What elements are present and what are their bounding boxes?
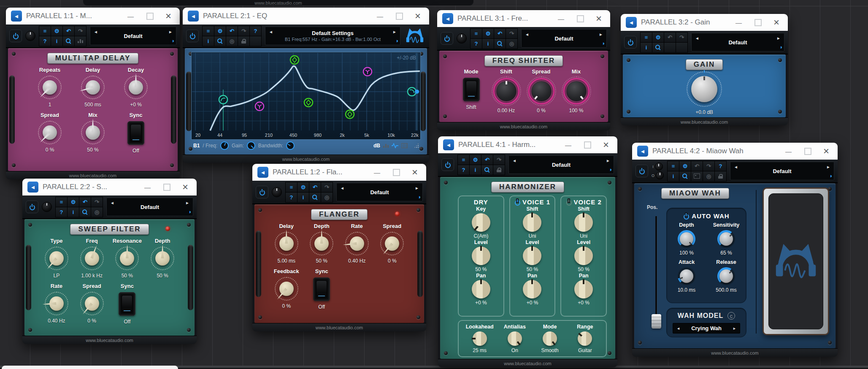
prev-preset-icon[interactable]: ◄ <box>512 158 516 163</box>
browser-button[interactable] <box>691 171 703 181</box>
minimize-button[interactable]: — <box>561 141 576 149</box>
eq-point-band-magenta-1[interactable] <box>255 102 264 111</box>
close-button[interactable]: × <box>770 17 783 27</box>
eq-output-slider-handle[interactable] <box>415 90 419 94</box>
compare-icon[interactable]: ◑ <box>608 166 612 173</box>
repeats-knob[interactable] <box>38 75 62 100</box>
resize-grip[interactable] <box>414 144 419 148</box>
maximize-button[interactable] <box>804 148 811 155</box>
maximize-button[interactable] <box>754 19 762 26</box>
next-preset-icon[interactable]: ► <box>599 32 603 37</box>
help-button[interactable]: ? <box>471 39 482 49</box>
settings-button[interactable]: ⚙ <box>470 155 481 165</box>
redo-button[interactable]: ↷ <box>321 182 333 192</box>
voice2-power-icon[interactable] <box>566 199 572 205</box>
waveform-display-icon[interactable] <box>392 143 398 148</box>
db-scale-button[interactable]: dB <box>373 143 380 149</box>
sync-switch[interactable] <box>313 277 330 301</box>
voice1-shift-knob[interactable] <box>522 212 542 233</box>
compare-icon[interactable]: ◑ <box>779 44 782 50</box>
undo-button[interactable]: ↶ <box>63 26 74 36</box>
next-preset-icon[interactable]: ► <box>185 201 189 205</box>
close-button[interactable]: × <box>820 146 833 156</box>
spectrum-display-icon[interactable] <box>383 144 389 148</box>
minimize-button[interactable]: — <box>781 148 796 155</box>
bypass-button[interactable] <box>186 30 199 42</box>
preset-selector[interactable]: ◄ Default ► ◑ <box>336 183 423 201</box>
freq-knob[interactable] <box>80 246 104 271</box>
preset-selector[interactable]: ◄ Default ► ◑ <box>106 198 193 216</box>
undo-button[interactable]: ↶ <box>494 29 506 38</box>
minimize-button[interactable]: — <box>123 13 138 20</box>
output-gain-knob[interactable] <box>25 31 35 41</box>
eq-point-band-green-mid[interactable] <box>304 98 313 107</box>
maximize-button[interactable] <box>146 13 154 20</box>
bypass-button[interactable] <box>441 32 453 45</box>
copy-button[interactable]: ◎ <box>91 207 103 217</box>
lock-button[interactable] <box>493 165 505 175</box>
bypass-button[interactable] <box>635 165 648 177</box>
menu-button[interactable]: ≡ <box>203 26 214 36</box>
resonance-knob[interactable] <box>115 246 139 271</box>
next-preset-icon[interactable]: ► <box>392 30 397 34</box>
rate-knob[interactable] <box>44 291 69 316</box>
next-preset-icon[interactable]: ► <box>168 30 173 34</box>
maximize-button[interactable] <box>163 184 170 191</box>
voice1-power-icon[interactable] <box>514 199 520 205</box>
copy-button[interactable]: ◎ <box>226 36 238 46</box>
zoom-button[interactable] <box>79 207 91 217</box>
wah-pedal[interactable] <box>763 187 829 335</box>
undo-button[interactable]: ↶ <box>79 197 91 207</box>
bypass-button[interactable] <box>26 201 38 213</box>
voice2-shift-knob[interactable] <box>573 212 594 233</box>
band-gain-knob[interactable] <box>247 141 255 150</box>
spread-knob[interactable] <box>380 231 404 256</box>
minimize-button[interactable]: — <box>140 184 155 191</box>
maximize-button[interactable] <box>396 13 403 20</box>
help-button[interactable]: ? <box>286 193 297 202</box>
input-gain-knob[interactable] <box>655 163 663 171</box>
depth-knob[interactable] <box>150 246 175 271</box>
zoom-button[interactable] <box>652 43 664 52</box>
delay-knob[interactable] <box>274 231 299 256</box>
next-preset-icon[interactable]: ► <box>826 165 830 169</box>
compare-icon[interactable]: ◑ <box>417 194 421 200</box>
menu-button[interactable]: ≡ <box>471 29 482 38</box>
zoom-button[interactable] <box>309 193 321 202</box>
antialias-knob[interactable] <box>506 330 523 347</box>
minimize-button[interactable]: — <box>373 13 387 20</box>
settings-button[interactable]: ⚙ <box>68 197 79 207</box>
close-button[interactable]: × <box>600 140 612 150</box>
compare-icon[interactable]: ◑ <box>829 173 832 179</box>
delay-knob[interactable] <box>81 75 105 100</box>
menu-button[interactable]: ≡ <box>56 197 67 207</box>
dry-level-knob[interactable] <box>471 246 491 266</box>
redo-button[interactable]: ↷ <box>676 33 687 42</box>
eq-graph[interactable]: +/-20 dB 20 44 95 210 450 980 2k 5k 10k … <box>192 52 420 139</box>
undo-button[interactable]: ↶ <box>309 182 321 192</box>
lock-button[interactable] <box>715 171 726 181</box>
pedal-position-slider-track[interactable] <box>655 216 657 325</box>
dry-key-knob[interactable] <box>471 212 491 233</box>
undo-button[interactable]: ↶ <box>691 161 703 171</box>
close-button[interactable]: × <box>179 182 192 192</box>
compare-icon[interactable]: ◑ <box>171 38 174 44</box>
output-gain-knob[interactable] <box>272 187 282 197</box>
spectrum-button[interactable] <box>75 36 86 46</box>
prev-preset-icon[interactable]: ◄ <box>269 30 273 34</box>
eq-point-lowcut[interactable] <box>219 95 227 104</box>
band-freq-knob[interactable] <box>220 141 229 150</box>
release-knob[interactable] <box>717 266 736 286</box>
bypass-button[interactable] <box>441 158 454 171</box>
settings-button[interactable]: ⚙ <box>297 182 309 192</box>
bypass-button[interactable] <box>256 186 268 198</box>
redo-button[interactable]: ↷ <box>75 26 86 36</box>
mix-knob[interactable] <box>81 120 105 145</box>
attack-knob[interactable] <box>677 266 696 286</box>
bypass-button[interactable] <box>9 30 22 42</box>
dry-pan-knob[interactable] <box>471 279 491 299</box>
next-preset-icon[interactable]: ► <box>606 158 610 163</box>
preset-selector[interactable]: ◄ Default Settings B1 Freq:557 Hz - Gain… <box>265 27 400 45</box>
info-button[interactable]: i <box>641 43 652 52</box>
compare-icon[interactable]: ◑ <box>188 209 191 215</box>
